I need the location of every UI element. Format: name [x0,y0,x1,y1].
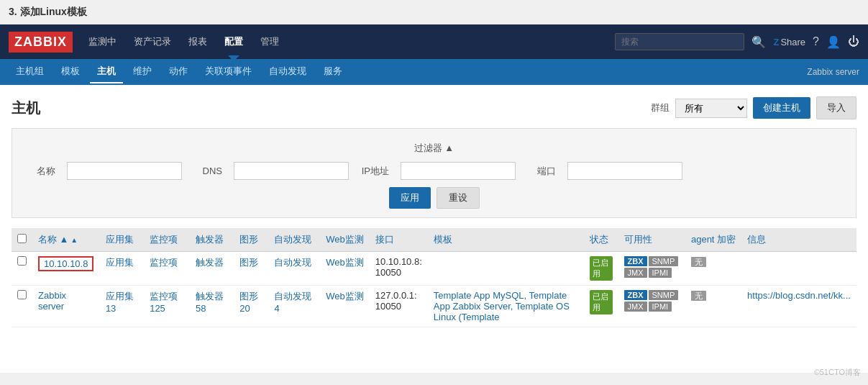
subnav-corr-events[interactable]: 关联项事件 [198,60,259,83]
watermark: ©51CTO博客 [814,367,861,373]
group-label: 群组 [651,101,670,114]
row2-discovery-link[interactable]: 自动发现 4 [274,291,311,314]
row1-badge-zbx: ZBX [624,256,647,266]
row2-web-link[interactable]: Web监测 [326,291,364,302]
power-icon[interactable]: ⏻ [848,35,859,48]
row1-host-link[interactable]: 10.10.10.8 [38,256,93,271]
select-all-header [12,228,32,252]
col-monitors[interactable]: 监控项 [144,228,190,252]
col-graphs[interactable]: 图形 [234,228,268,252]
row2-checkbox[interactable] [17,290,27,299]
row1-name-cell: 10.10.10.8 [32,252,100,286]
row2-host-link[interactable]: Zabbix server [38,290,66,312]
col-apps[interactable]: 应用集 [100,228,144,252]
row1-checkbox[interactable] [17,256,27,266]
filter-name-input[interactable] [67,162,182,180]
filter-toggle-bar: 过滤器 ▲ [12,137,856,155]
row2-badges: ZBX SNMP JMX IPMI [624,290,680,312]
search-icon[interactable]: 🔍 [751,35,766,49]
subnav-hosts[interactable]: 主机 [90,60,123,83]
row1-triggers-cell: 触发器 [190,252,234,286]
row2-badge-snmp: SNMP [649,290,679,300]
row1-encrypt-cell: 无 [685,252,741,286]
row1-encrypt-badge: 无 [691,257,706,267]
row2-info-link[interactable]: https://blog.csdn.net/kk... [747,290,851,301]
filter-ip-input[interactable] [401,162,516,180]
row1-badge-ipmi: IPMI [649,268,672,278]
row1-web-link[interactable]: Web监测 [326,257,364,268]
subnav-server-name: Zabbix server [807,67,859,77]
row2-apps-link[interactable]: 应用集 13 [106,291,134,314]
filter-port-input[interactable] [567,162,682,180]
create-host-button[interactable]: 创建主机 [753,97,810,119]
filter-ip-label: IP地址 [360,165,389,178]
col-name[interactable]: 名称 ▲ [32,228,100,252]
row1-checkbox-cell [12,252,32,286]
nav-monitoring[interactable]: 监测中 [87,32,118,51]
help-icon[interactable]: ? [813,35,819,48]
row2-status-badge: 已启用 [590,290,612,314]
subnav-discovery[interactable]: 自动发现 [262,60,314,83]
row1-discovery-cell: 自动发现 [268,252,320,286]
col-status[interactable]: 状态 [584,228,618,252]
import-button[interactable]: 导入 [816,96,856,119]
col-template[interactable]: 模板 [428,228,585,252]
filter-name-label: 名称 [27,165,55,178]
nav-admin[interactable]: 管理 [259,32,280,51]
row1-discovery-link[interactable]: 自动发现 [274,257,311,268]
row2-status-cell: 已启用 [584,286,618,327]
sub-nav-items: 主机组 模板 主机 维护 动作 关联项事件 自动发现 服务 [9,60,350,83]
row1-interface-cell: 10.10.10.8: 10050 [370,252,428,286]
nav-reports[interactable]: 报表 [187,32,209,51]
row1-availability-cell: ZBX SNMP JMX IPMI [618,252,685,286]
page-title: 3. 添加Linux模板 [0,0,868,24]
row1-monitors-cell: 监控项 [144,252,190,286]
row2-encrypt-cell: 无 [685,286,741,327]
row1-graphs-link[interactable]: 图形 [239,257,258,268]
col-web[interactable]: Web监测 [320,228,370,252]
filter-toggle-button[interactable]: 过滤器 ▲ [414,142,454,155]
subnav-host-groups[interactable]: 主机组 [9,60,51,83]
row2-badge-zbx: ZBX [624,290,647,300]
col-info[interactable]: 信息 [741,228,856,252]
nav-config[interactable]: 配置 [223,32,245,51]
col-discovery[interactable]: 自动发现 [268,228,320,252]
row2-template-cell: Template App MySQL, Template App Zabbix … [428,286,585,327]
col-triggers[interactable]: 触发器 [190,228,234,252]
subnav-templates[interactable]: 模板 [54,60,87,83]
filter-dns-input[interactable] [234,162,349,180]
group-select[interactable]: 所有 [675,99,747,118]
col-availability[interactable]: 可用性 [618,228,685,252]
row2-badge-jmx: JMX [624,302,647,312]
filter-actions: 应用 重设 [12,187,856,209]
page-header-right: 群组 所有 创建主机 导入 [651,96,856,119]
col-agent-encrypt[interactable]: agent 加密 [685,228,741,252]
subnav-maintenance[interactable]: 维护 [126,60,159,83]
select-all-checkbox[interactable] [17,234,27,243]
user-icon[interactable]: 👤 [826,35,841,49]
search-input[interactable] [615,33,744,50]
row1-info-cell [741,252,856,286]
row2-apps-cell: 应用集 13 [100,286,144,327]
row1-monitors-link[interactable]: 监控项 [150,257,178,268]
reset-filter-button[interactable]: 重设 [437,187,480,209]
row2-template-link[interactable]: Template App MySQL, Template App Zabbix … [434,290,570,322]
nav-assets[interactable]: 资产记录 [132,32,173,51]
row1-template-cell [428,252,585,286]
row2-monitors-link[interactable]: 监控项 125 [150,291,178,314]
share-button[interactable]: Z Share [773,37,805,47]
row2-name-cell: Zabbix server [32,286,100,327]
row2-triggers-link[interactable]: 触发器 58 [196,291,224,314]
top-nav-right: 🔍 Z Share ? 👤 ⏻ [615,33,859,50]
apply-filter-button[interactable]: 应用 [389,187,431,209]
row2-graphs-link[interactable]: 图形 20 [239,291,258,314]
col-interface[interactable]: 接口 [370,228,428,252]
row1-badge-jmx: JMX [624,268,647,278]
row2-graphs-cell: 图形 20 [234,286,268,327]
row1-triggers-link[interactable]: 触发器 [196,257,224,268]
subnav-services[interactable]: 服务 [316,60,350,83]
table-row: 10.10.10.8 应用集 监控项 触发器 图形 自动发现 W [12,252,856,286]
row1-apps-link[interactable]: 应用集 [106,257,134,268]
share-icon: Z [773,37,779,47]
subnav-actions[interactable]: 动作 [162,60,195,83]
